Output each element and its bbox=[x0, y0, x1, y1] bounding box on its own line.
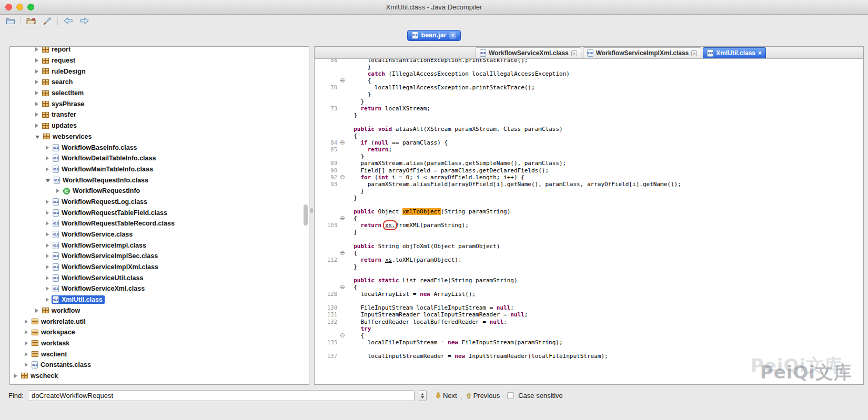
tree-item-WorkflowService.class[interactable]: 010WorkflowService.class bbox=[10, 229, 309, 240]
tree-item-workflow[interactable]: workflow bbox=[10, 305, 309, 316]
chevron-right-icon[interactable] bbox=[35, 47, 38, 52]
chevron-right-icon[interactable] bbox=[46, 200, 49, 204]
find-history-stepper[interactable] bbox=[419, 390, 427, 401]
chevron-right-icon[interactable] bbox=[46, 265, 49, 269]
tree-item-WorkflowBaseInfo.class[interactable]: 010WorkflowBaseInfo.class bbox=[10, 142, 309, 153]
forward-button[interactable] bbox=[78, 16, 90, 26]
tree-item-sysPhrase[interactable]: sysPhrase bbox=[10, 98, 309, 109]
tree-item-wscheck[interactable]: wscheck bbox=[10, 371, 309, 382]
fold-collapse-icon[interactable] bbox=[340, 78, 345, 83]
chevron-right-icon[interactable] bbox=[25, 330, 28, 334]
code-line: { bbox=[315, 284, 863, 291]
close-icon[interactable]: × bbox=[449, 32, 456, 39]
tree-item-report[interactable]: report bbox=[10, 46, 309, 55]
fold-collapse-icon[interactable] bbox=[340, 175, 345, 179]
chevron-right-icon[interactable] bbox=[46, 211, 49, 215]
case-sensitive-checkbox[interactable] bbox=[507, 392, 514, 399]
chevron-right-icon[interactable] bbox=[46, 146, 49, 150]
chevron-right-icon[interactable] bbox=[25, 363, 28, 367]
close-icon[interactable]: × bbox=[691, 50, 697, 56]
tree-item-request[interactable]: request bbox=[10, 55, 309, 66]
tree-scrollbar-handle[interactable] bbox=[304, 204, 308, 226]
chevron-right-icon[interactable] bbox=[46, 232, 49, 237]
chevron-right-icon[interactable] bbox=[46, 254, 49, 258]
tree-item-WorkflowServiceXml.class[interactable]: 010WorkflowServiceXml.class bbox=[10, 283, 309, 294]
find-input[interactable] bbox=[28, 390, 415, 401]
jar-tab-bean[interactable]: 010 bean.jar × bbox=[407, 30, 461, 41]
tree-item-ruleDesign[interactable]: ruleDesign bbox=[10, 66, 309, 77]
tree-item-Constants.class[interactable]: 010Constants.class bbox=[10, 360, 309, 371]
stepper-down-icon[interactable] bbox=[421, 396, 424, 398]
chevron-right-icon[interactable] bbox=[35, 69, 38, 74]
tree-item-WorkflowServiceImpl.class[interactable]: 010WorkflowServiceImpl.class bbox=[10, 240, 309, 251]
chevron-down-icon[interactable] bbox=[35, 136, 39, 139]
close-icon[interactable]: × bbox=[758, 50, 762, 56]
tree-item-workrelate.util[interactable]: workrelate.util bbox=[10, 316, 309, 327]
tree-item-workspace[interactable]: workspace bbox=[10, 327, 309, 338]
close-window-button[interactable] bbox=[5, 4, 12, 11]
search-button[interactable] bbox=[41, 16, 54, 26]
find-previous-button[interactable]: Previous bbox=[466, 392, 500, 399]
line-number bbox=[315, 332, 339, 339]
back-button[interactable] bbox=[62, 16, 74, 26]
tree-item-WorkflowServiceImplXml.class[interactable]: 010WorkflowServiceImplXml.class bbox=[10, 262, 309, 273]
tree-scrollbar[interactable] bbox=[303, 47, 308, 384]
chevron-right-icon[interactable] bbox=[46, 298, 49, 302]
tree-item-webservices[interactable]: webservices bbox=[10, 131, 309, 142]
chevron-right-icon[interactable] bbox=[35, 112, 38, 117]
editor-tab-XmlUtil.class[interactable]: 010XmlUtil.class× bbox=[703, 47, 766, 58]
stepper-up-icon[interactable] bbox=[421, 393, 424, 395]
fold-collapse-icon[interactable] bbox=[340, 251, 345, 255]
fold-collapse-icon[interactable] bbox=[340, 216, 345, 220]
tree-item-WorkflowServiceUtil.class[interactable]: 010WorkflowServiceUtil.class bbox=[10, 272, 309, 283]
chevron-right-icon[interactable] bbox=[25, 341, 28, 345]
chevron-right-icon[interactable] bbox=[46, 167, 49, 171]
chevron-right-icon[interactable] bbox=[25, 352, 28, 356]
tree-item-WorkflowRequestInfo[interactable]: CWorkflowRequestInfo bbox=[10, 186, 309, 197]
tree-item-XmlUtil.class[interactable]: 010XmlUtil.class bbox=[10, 294, 309, 305]
find-next-button[interactable]: Next bbox=[436, 392, 457, 399]
tree-item-WorkflowServiceImplSec.class[interactable]: 010WorkflowServiceImplSec.class bbox=[10, 251, 309, 262]
tree-item-WorkflowRequestTableRecord.class[interactable]: 010WorkflowRequestTableRecord.class bbox=[10, 218, 309, 229]
tree-item-WorkflowRequestTableField.class[interactable]: 010WorkflowRequestTableField.class bbox=[10, 207, 309, 218]
tree-item-worktask[interactable]: worktask bbox=[10, 338, 309, 349]
tree-item-WorkflowMainTableInfo.class[interactable]: 010WorkflowMainTableInfo.class bbox=[10, 164, 309, 175]
chevron-right-icon[interactable] bbox=[25, 320, 28, 324]
chevron-right-icon[interactable] bbox=[35, 124, 38, 128]
panel-splitter[interactable] bbox=[309, 46, 314, 385]
chevron-right-icon[interactable] bbox=[35, 80, 38, 84]
chevron-right-icon[interactable] bbox=[35, 91, 38, 95]
tree-item-updates[interactable]: updates bbox=[10, 120, 309, 131]
save-all-sources-button[interactable] bbox=[25, 16, 37, 26]
editor-tab-WorkflowServiceImplXml.class[interactable]: 010WorkflowServiceImplXml.class× bbox=[583, 47, 702, 58]
fold-collapse-icon[interactable] bbox=[340, 140, 345, 145]
tree-item-selectItem[interactable]: selectItem bbox=[10, 88, 309, 99]
fold-collapse-icon[interactable] bbox=[340, 333, 345, 337]
tree-item-search[interactable]: search bbox=[10, 77, 309, 88]
tree-item-WorkflowRequestInfo.class[interactable]: 010WorkflowRequestInfo.class bbox=[10, 175, 309, 186]
tree-item-WorkflowRequestLog.class[interactable]: 010WorkflowRequestLog.class bbox=[10, 197, 309, 208]
tree-item-transfer[interactable]: transfer bbox=[10, 109, 309, 120]
close-icon[interactable]: × bbox=[571, 50, 577, 56]
editor-tab-WorkflowServiceXml.class[interactable]: 010WorkflowServiceXml.class× bbox=[476, 47, 581, 58]
chevron-right-icon[interactable] bbox=[56, 189, 59, 193]
tree-item-WorkflowDetailTableInfo.class[interactable]: 010WorkflowDetailTableInfo.class bbox=[10, 153, 309, 164]
chevron-right-icon[interactable] bbox=[46, 276, 49, 280]
chevron-right-icon[interactable] bbox=[35, 58, 38, 63]
tree-item-wsclient[interactable]: wsclient bbox=[10, 349, 309, 360]
chevron-right-icon[interactable] bbox=[46, 221, 49, 226]
chevron-right-icon[interactable] bbox=[46, 156, 49, 160]
chevron-right-icon[interactable] bbox=[14, 374, 17, 378]
chevron-down-icon[interactable] bbox=[46, 179, 50, 182]
chevron-right-icon[interactable] bbox=[46, 286, 49, 291]
chevron-right-icon[interactable] bbox=[46, 243, 49, 248]
chevron-right-icon[interactable] bbox=[35, 102, 38, 106]
back-arrow-icon bbox=[64, 17, 73, 24]
fold-collapse-icon[interactable] bbox=[340, 285, 345, 289]
classfile-icon: 010 bbox=[53, 155, 59, 162]
minimize-window-button[interactable] bbox=[16, 4, 23, 11]
zoom-window-button[interactable] bbox=[27, 4, 34, 11]
chevron-right-icon[interactable] bbox=[35, 309, 38, 313]
fold-gutter bbox=[339, 257, 347, 263]
open-file-button[interactable] bbox=[4, 16, 17, 26]
